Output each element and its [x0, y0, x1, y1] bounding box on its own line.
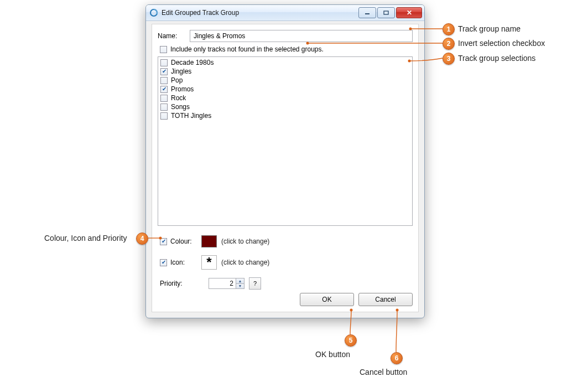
- callout-5-label: OK button: [315, 350, 350, 359]
- svg-rect-2: [384, 11, 388, 14]
- priority-up-button[interactable]: ▲: [236, 278, 244, 283]
- callout-3-label: Track group selections: [458, 54, 535, 63]
- edit-track-group-dialog: Edit Grouped Track Group ✕ Name: Include…: [145, 4, 425, 318]
- priority-stepper: ▲ ▼: [209, 278, 244, 289]
- list-item[interactable]: TOTH Jingles: [160, 111, 410, 120]
- callout-1: 1: [443, 23, 455, 35]
- icon-preview[interactable]: *: [201, 255, 217, 270]
- list-item[interactable]: Songs: [160, 102, 410, 111]
- options-section: Colour: (click to change) Icon: * (click…: [160, 234, 413, 291]
- callout-5: 5: [345, 334, 357, 347]
- invert-selection-checkbox[interactable]: [160, 46, 167, 53]
- group-checkbox[interactable]: [160, 77, 168, 84]
- priority-label: Priority:: [160, 280, 209, 287]
- svg-rect-1: [365, 13, 370, 14]
- group-checkbox[interactable]: [160, 95, 168, 102]
- dialog-buttons: OK Cancel: [300, 293, 413, 306]
- track-group-name-input[interactable]: [190, 30, 413, 42]
- list-item[interactable]: Promos: [160, 85, 410, 94]
- colour-row: Colour: (click to change): [160, 234, 413, 249]
- client-area: Name: Include only tracks not found in t…: [152, 24, 419, 312]
- callout-4: 4: [136, 233, 148, 245]
- icon-hint: (click to change): [221, 259, 269, 266]
- list-item[interactable]: Rock: [160, 94, 410, 102]
- priority-down-button[interactable]: ▼: [236, 283, 244, 290]
- callout-3: 3: [443, 53, 455, 65]
- priority-row: Priority: ▲ ▼ ?: [160, 276, 413, 291]
- callout-4-label: Colour, Icon and Priority: [44, 234, 127, 242]
- list-item[interactable]: Jingles: [160, 67, 410, 76]
- group-checkbox[interactable]: [160, 68, 168, 75]
- group-label: Songs: [171, 103, 190, 111]
- group-checkbox[interactable]: [160, 59, 168, 66]
- group-label: Rock: [171, 94, 186, 102]
- colour-swatch[interactable]: [201, 235, 217, 247]
- group-label: TOTH Jingles: [171, 112, 211, 120]
- group-label: Promos: [171, 85, 194, 93]
- group-label: Pop: [171, 76, 183, 84]
- icon-label: Icon:: [170, 259, 201, 266]
- callout-6: 6: [391, 352, 403, 364]
- group-checkbox[interactable]: [160, 104, 168, 111]
- close-icon: ✕: [407, 9, 412, 17]
- priority-help-button[interactable]: ?: [249, 277, 261, 290]
- track-groups-listbox[interactable]: Decade 1980sJinglesPopPromosRockSongsTOT…: [158, 56, 413, 226]
- callout-2: 2: [443, 38, 455, 50]
- callout-6-label: Cancel button: [360, 368, 407, 376]
- name-label: Name:: [158, 32, 190, 40]
- window-title: Edit Grouped Track Group: [162, 9, 357, 17]
- app-icon: [149, 8, 158, 17]
- colour-hint: (click to change): [221, 238, 269, 245]
- ok-button[interactable]: OK: [300, 293, 354, 306]
- group-checkbox[interactable]: [160, 112, 168, 120]
- invert-selection-label: Include only tracks not found in the sel…: [170, 45, 324, 53]
- group-label: Decade 1980s: [171, 59, 214, 66]
- name-row: Name:: [158, 30, 413, 42]
- close-button[interactable]: ✕: [396, 7, 422, 18]
- titlebar[interactable]: Edit Grouped Track Group ✕: [146, 5, 424, 21]
- group-label: Jingles: [171, 68, 191, 75]
- minimize-button[interactable]: [358, 7, 376, 18]
- colour-label: Colour:: [170, 238, 201, 245]
- cancel-button[interactable]: Cancel: [358, 293, 413, 306]
- invert-selection-row: Include only tracks not found in the sel…: [160, 45, 413, 53]
- priority-input[interactable]: [209, 278, 236, 289]
- colour-checkbox[interactable]: [160, 238, 167, 245]
- icon-row: Icon: * (click to change): [160, 255, 413, 270]
- list-item[interactable]: Pop: [160, 76, 410, 85]
- group-checkbox[interactable]: [160, 86, 168, 93]
- icon-checkbox[interactable]: [160, 259, 167, 266]
- callout-1-label: Track group name: [458, 24, 521, 33]
- maximize-button[interactable]: [377, 7, 395, 18]
- list-item[interactable]: Decade 1980s: [160, 58, 410, 67]
- callout-2-label: Invert selection checkbox: [458, 39, 545, 48]
